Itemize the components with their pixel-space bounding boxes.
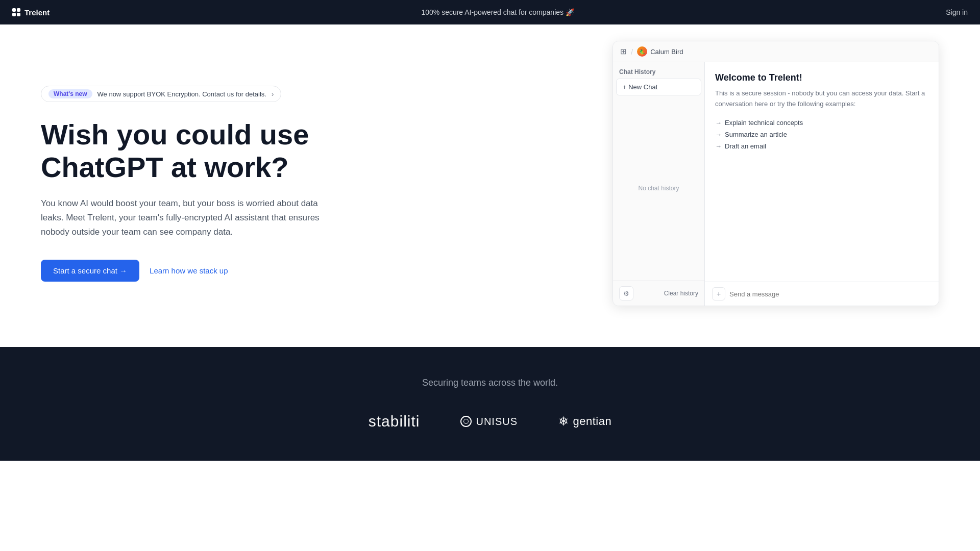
chat-widget-container: ⊞ / 🦜 Calum Bird Chat History + New Chat… (612, 41, 939, 306)
stabiliti-text: stabiliti (369, 413, 420, 430)
hero-title: Wish you could use ChatGPT at work? (41, 118, 398, 184)
unisus-text: UNISUS (476, 416, 518, 428)
hero-actions: Start a secure chat → Learn how we stack… (41, 260, 398, 282)
clear-history-button[interactable]: Clear history (664, 290, 698, 297)
logo-stabiliti: stabiliti (369, 413, 420, 430)
start-chat-button[interactable]: Start a secure chat → (41, 260, 139, 282)
suggestion-text: Summarize an article (725, 131, 787, 138)
sidebar-footer: ⚙ Clear history (613, 281, 704, 306)
chat-header: ⊞ / 🦜 Calum Bird (613, 41, 939, 62)
chat-messages: Welcome to Trelent! This is a secure ses… (705, 62, 939, 282)
chat-widget: ⊞ / 🦜 Calum Bird Chat History + New Chat… (612, 41, 939, 306)
trusted-section: Securing teams across the world. stabili… (0, 347, 980, 461)
chat-attach-button[interactable]: + (712, 287, 725, 300)
gentian-snowflake-icon: ❄ (558, 414, 569, 429)
suggestion-text: Explain technical concepts (725, 119, 803, 127)
whats-new-arrow-icon: › (272, 90, 274, 98)
announcement-text: 100% secure AI-powered chat for companie… (421, 8, 574, 16)
suggestion-arrow-icon: → (715, 131, 722, 138)
chat-sidebar: Chat History + New Chat No chat history … (613, 62, 705, 306)
suggestions-list: → Explain technical concepts → Summarize… (715, 119, 928, 150)
suggestion-arrow-icon: → (715, 142, 722, 150)
whats-new-text: We now support BYOK Encryption. Contact … (97, 90, 266, 98)
hero-section: What's new We now support BYOK Encryptio… (0, 0, 980, 347)
whats-new-badge: What's new (48, 89, 92, 98)
suggestion-item[interactable]: → Explain technical concepts (715, 119, 928, 127)
announcement-bar: 100% secure AI-powered chat for companie… (421, 8, 574, 16)
new-chat-label: + New Chat (623, 83, 657, 91)
new-chat-button[interactable]: + New Chat (616, 79, 701, 95)
navbar: Trelent 100% secure AI-powered chat for … (0, 0, 980, 24)
breadcrumb-separator: / (631, 47, 633, 56)
logo: Trelent (12, 8, 50, 17)
whats-new-banner[interactable]: What's new We now support BYOK Encryptio… (41, 86, 281, 102)
chat-input-area: + (705, 282, 939, 306)
suggestion-text: Draft an email (725, 142, 766, 150)
history-label: Chat History (613, 62, 704, 79)
hero-content: What's new We now support BYOK Encryptio… (41, 86, 398, 282)
welcome-desc: This is a secure session - nobody but yo… (715, 88, 928, 110)
settings-button[interactable]: ⚙ (619, 286, 633, 300)
suggestion-arrow-icon: → (715, 119, 722, 127)
logo-icon (12, 8, 20, 16)
user-avatar: 🦜 (637, 46, 647, 57)
welcome-title: Welcome to Trelent! (715, 72, 928, 83)
logo-unisus: UNISUS (460, 416, 518, 428)
gentian-text: gentian (573, 415, 612, 428)
chat-message-input[interactable] (729, 290, 932, 298)
chat-layout-icon: ⊞ (620, 47, 627, 56)
chat-main: Welcome to Trelent! This is a secure ses… (705, 62, 939, 306)
chat-body: Chat History + New Chat No chat history … (613, 62, 939, 306)
trusted-title: Securing teams across the world. (20, 378, 960, 388)
user-name: Calum Bird (650, 48, 683, 56)
signin-button[interactable]: Sign in (946, 8, 968, 16)
suggestion-item[interactable]: → Summarize an article (715, 131, 928, 138)
unisus-circle-icon (460, 416, 472, 427)
learn-more-link[interactable]: Learn how we stack up (150, 266, 228, 275)
settings-icon: ⚙ (623, 290, 629, 297)
suggestion-item[interactable]: → Draft an email (715, 142, 928, 150)
logos-row: stabiliti UNISUS ❄ gentian (20, 413, 960, 430)
no-history-text: No chat history (613, 95, 704, 281)
hero-subtitle: You know AI would boost your team, but y… (41, 196, 327, 239)
chat-user-info: 🦜 Calum Bird (637, 46, 683, 57)
unisus-inner-icon (463, 419, 469, 424)
logo-gentian: ❄ gentian (558, 414, 611, 429)
logo-text: Trelent (24, 8, 50, 17)
